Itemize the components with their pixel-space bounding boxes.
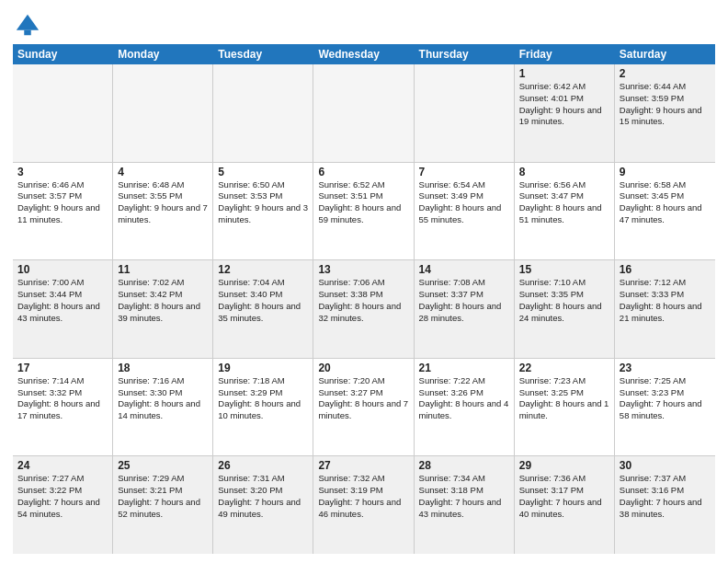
calendar-cell: 2Sunrise: 6:44 AM Sunset: 3:59 PM Daylig… <box>615 64 715 162</box>
day-number: 14 <box>419 263 509 276</box>
day-number: 20 <box>318 362 408 374</box>
day-detail: Sunrise: 7:34 AM Sunset: 3:18 PM Dayligh… <box>419 473 509 520</box>
day-detail: Sunrise: 7:20 AM Sunset: 3:27 PM Dayligh… <box>318 375 408 422</box>
svg-marker-0 <box>17 15 39 30</box>
day-detail: Sunrise: 7:29 AM Sunset: 3:21 PM Dayligh… <box>118 473 208 520</box>
calendar-cell: 3Sunrise: 6:46 AM Sunset: 3:57 PM Daylig… <box>13 163 113 260</box>
day-number: 21 <box>419 362 509 374</box>
calendar-row: 24Sunrise: 7:27 AM Sunset: 3:22 PM Dayli… <box>13 456 715 554</box>
header-day: Monday <box>113 44 213 64</box>
calendar-cell: 18Sunrise: 7:16 AM Sunset: 3:30 PM Dayli… <box>113 359 213 456</box>
calendar-cell: 23Sunrise: 7:25 AM Sunset: 3:23 PM Dayli… <box>615 359 715 456</box>
calendar-row: 1Sunrise: 6:42 AM Sunset: 4:01 PM Daylig… <box>13 64 715 163</box>
calendar-cell: 26Sunrise: 7:31 AM Sunset: 3:20 PM Dayli… <box>213 456 313 554</box>
day-detail: Sunrise: 6:48 AM Sunset: 3:55 PM Dayligh… <box>118 179 208 226</box>
calendar-row: 10Sunrise: 7:00 AM Sunset: 3:44 PM Dayli… <box>13 260 715 359</box>
logo <box>13 13 40 39</box>
calendar-row: 3Sunrise: 6:46 AM Sunset: 3:57 PM Daylig… <box>13 163 715 261</box>
calendar-cell: 22Sunrise: 7:23 AM Sunset: 3:25 PM Dayli… <box>515 359 615 456</box>
calendar-cell: 11Sunrise: 7:02 AM Sunset: 3:42 PM Dayli… <box>113 260 213 358</box>
calendar-cell: 30Sunrise: 7:37 AM Sunset: 3:16 PM Dayli… <box>615 456 715 554</box>
calendar-cell: 6Sunrise: 6:52 AM Sunset: 3:51 PM Daylig… <box>313 163 414 260</box>
calendar-body: 1Sunrise: 6:42 AM Sunset: 4:01 PM Daylig… <box>13 64 715 554</box>
day-detail: Sunrise: 7:31 AM Sunset: 3:20 PM Dayligh… <box>218 473 308 520</box>
day-number: 3 <box>17 166 108 178</box>
day-number: 5 <box>218 166 308 178</box>
day-number: 28 <box>419 459 509 472</box>
day-number: 11 <box>118 263 208 276</box>
logo-icon <box>15 13 40 39</box>
calendar-row: 17Sunrise: 7:14 AM Sunset: 3:32 PM Dayli… <box>13 359 715 457</box>
day-detail: Sunrise: 6:58 AM Sunset: 3:45 PM Dayligh… <box>620 179 711 226</box>
day-number: 10 <box>17 263 108 276</box>
calendar-cell: 10Sunrise: 7:00 AM Sunset: 3:44 PM Dayli… <box>13 260 113 358</box>
day-detail: Sunrise: 6:44 AM Sunset: 3:59 PM Dayligh… <box>620 81 711 128</box>
day-number: 17 <box>17 362 108 374</box>
calendar-cell <box>13 64 113 162</box>
calendar-cell: 29Sunrise: 7:36 AM Sunset: 3:17 PM Dayli… <box>515 456 615 554</box>
calendar-cell <box>213 64 313 162</box>
calendar-cell: 15Sunrise: 7:10 AM Sunset: 3:35 PM Dayli… <box>515 260 615 358</box>
day-detail: Sunrise: 7:16 AM Sunset: 3:30 PM Dayligh… <box>118 375 208 422</box>
header-day: Friday <box>515 44 615 64</box>
calendar-cell: 9Sunrise: 6:58 AM Sunset: 3:45 PM Daylig… <box>615 163 715 260</box>
day-detail: Sunrise: 7:32 AM Sunset: 3:19 PM Dayligh… <box>318 473 408 520</box>
calendar-cell: 12Sunrise: 7:04 AM Sunset: 3:40 PM Dayli… <box>213 260 313 358</box>
calendar-cell: 24Sunrise: 7:27 AM Sunset: 3:22 PM Dayli… <box>13 456 113 554</box>
calendar-cell <box>415 64 515 162</box>
calendar-cell: 17Sunrise: 7:14 AM Sunset: 3:32 PM Dayli… <box>13 359 113 456</box>
header <box>13 9 715 39</box>
day-detail: Sunrise: 6:50 AM Sunset: 3:53 PM Dayligh… <box>218 179 308 226</box>
day-number: 25 <box>118 459 208 472</box>
day-number: 4 <box>118 166 208 178</box>
calendar-header: SundayMondayTuesdayWednesdayThursdayFrid… <box>13 44 715 64</box>
calendar-cell: 20Sunrise: 7:20 AM Sunset: 3:27 PM Dayli… <box>313 359 414 456</box>
day-detail: Sunrise: 6:56 AM Sunset: 3:47 PM Dayligh… <box>519 179 609 226</box>
day-number: 24 <box>17 459 108 472</box>
day-number: 29 <box>519 459 609 472</box>
day-number: 15 <box>519 263 609 276</box>
day-number: 22 <box>519 362 609 374</box>
day-detail: Sunrise: 7:02 AM Sunset: 3:42 PM Dayligh… <box>118 277 208 324</box>
day-detail: Sunrise: 6:52 AM Sunset: 3:51 PM Dayligh… <box>318 179 408 226</box>
calendar-cell <box>313 64 414 162</box>
header-day: Wednesday <box>313 44 414 64</box>
calendar-cell: 19Sunrise: 7:18 AM Sunset: 3:29 PM Dayli… <box>213 359 313 456</box>
calendar-cell: 7Sunrise: 6:54 AM Sunset: 3:49 PM Daylig… <box>415 163 515 260</box>
day-detail: Sunrise: 7:00 AM Sunset: 3:44 PM Dayligh… <box>17 277 108 324</box>
header-day: Thursday <box>415 44 515 64</box>
calendar-cell: 25Sunrise: 7:29 AM Sunset: 3:21 PM Dayli… <box>113 456 213 554</box>
day-detail: Sunrise: 7:14 AM Sunset: 3:32 PM Dayligh… <box>17 375 108 422</box>
day-detail: Sunrise: 7:04 AM Sunset: 3:40 PM Dayligh… <box>218 277 308 324</box>
day-detail: Sunrise: 7:23 AM Sunset: 3:25 PM Dayligh… <box>519 375 609 422</box>
header-day: Sunday <box>13 44 113 64</box>
day-number: 7 <box>419 166 509 178</box>
calendar-cell: 5Sunrise: 6:50 AM Sunset: 3:53 PM Daylig… <box>213 163 313 260</box>
day-detail: Sunrise: 7:37 AM Sunset: 3:16 PM Dayligh… <box>620 473 711 520</box>
day-detail: Sunrise: 7:08 AM Sunset: 3:37 PM Dayligh… <box>419 277 509 324</box>
calendar-cell: 21Sunrise: 7:22 AM Sunset: 3:26 PM Dayli… <box>415 359 515 456</box>
day-number: 9 <box>620 166 711 178</box>
day-detail: Sunrise: 7:06 AM Sunset: 3:38 PM Dayligh… <box>318 277 408 324</box>
day-number: 16 <box>620 263 711 276</box>
day-number: 12 <box>218 263 308 276</box>
day-number: 6 <box>318 166 408 178</box>
day-number: 1 <box>519 67 609 80</box>
day-detail: Sunrise: 7:25 AM Sunset: 3:23 PM Dayligh… <box>620 375 711 422</box>
calendar-cell: 13Sunrise: 7:06 AM Sunset: 3:38 PM Dayli… <box>313 260 414 358</box>
day-detail: Sunrise: 7:12 AM Sunset: 3:33 PM Dayligh… <box>620 277 711 324</box>
day-number: 27 <box>318 459 408 472</box>
calendar-cell: 28Sunrise: 7:34 AM Sunset: 3:18 PM Dayli… <box>415 456 515 554</box>
day-detail: Sunrise: 7:10 AM Sunset: 3:35 PM Dayligh… <box>519 277 609 324</box>
day-detail: Sunrise: 7:27 AM Sunset: 3:22 PM Dayligh… <box>17 473 108 520</box>
day-number: 19 <box>218 362 308 374</box>
calendar-cell: 8Sunrise: 6:56 AM Sunset: 3:47 PM Daylig… <box>515 163 615 260</box>
day-detail: Sunrise: 6:42 AM Sunset: 4:01 PM Dayligh… <box>519 81 609 128</box>
day-number: 13 <box>318 263 408 276</box>
header-day: Saturday <box>615 44 715 64</box>
calendar: SundayMondayTuesdayWednesdayThursdayFrid… <box>13 44 715 554</box>
day-number: 23 <box>620 362 711 374</box>
day-detail: Sunrise: 7:18 AM Sunset: 3:29 PM Dayligh… <box>218 375 308 422</box>
calendar-cell <box>113 64 213 162</box>
day-detail: Sunrise: 6:46 AM Sunset: 3:57 PM Dayligh… <box>17 179 108 226</box>
